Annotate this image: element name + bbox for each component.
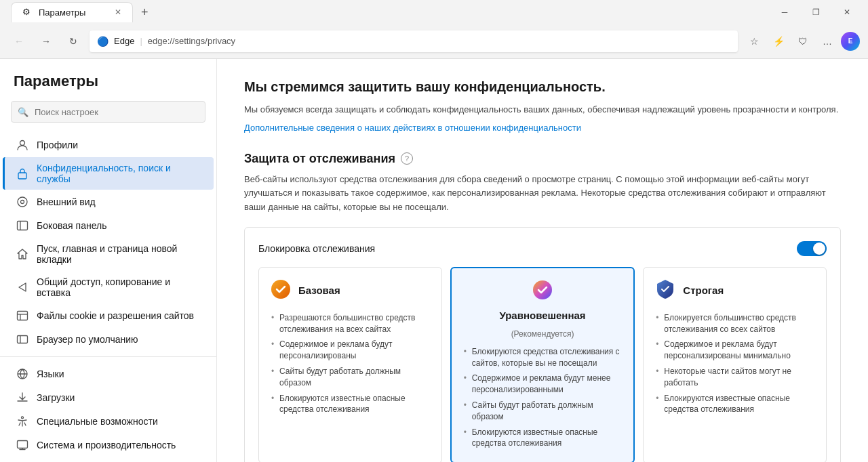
- svg-rect-6: [18, 312, 28, 320]
- nav-item-family[interactable]: Семейная безопасность: [3, 457, 214, 462]
- balanced-item-1: Блокируются средства отслеживания с сайт…: [462, 344, 623, 371]
- strict-card-icon: [654, 278, 676, 302]
- system-label: Система и производительность: [37, 440, 176, 450]
- reload-button[interactable]: ↻: [62, 30, 84, 52]
- balanced-card-icon: [532, 279, 553, 303]
- search-box: 🔍: [11, 101, 205, 123]
- nav-item-languages[interactable]: Языки: [3, 362, 214, 385]
- more-menu-button[interactable]: …: [816, 30, 838, 52]
- search-input[interactable]: [11, 101, 205, 123]
- profiles-icon: [16, 139, 28, 151]
- balanced-card[interactable]: Уравновешенная (Рекомендуется) Блокируют…: [450, 267, 635, 462]
- balanced-card-list: Блокируются средства отслеживания с сайт…: [462, 344, 623, 451]
- downloads-icon: [16, 392, 28, 404]
- nav-item-privacy[interactable]: Конфиденциальность, поиск и службы: [3, 157, 214, 190]
- sidebar-divider: [0, 356, 216, 357]
- nav-item-cookies[interactable]: Файлы cookie и разрешения сайтов: [3, 304, 214, 327]
- cookies-icon: [16, 310, 28, 322]
- browser-window: ⚙ Параметры ✕ + ─ ❐ ✕ ← → ↻ 🔵 Edge | edg…: [0, 0, 868, 462]
- privacy-label: Конфиденциальность, поиск и службы: [37, 163, 200, 184]
- address-separator: |: [140, 36, 142, 46]
- basic-item-4: Блокируются известные опасные средства о…: [270, 391, 431, 418]
- basic-card-list: Разрешаются большинство средств отслежив…: [270, 310, 431, 417]
- basic-item-2: Содержимое и реклама будут персонализиро…: [270, 337, 431, 364]
- nav-item-sharing[interactable]: Общий доступ, копирование и вставка: [3, 271, 214, 303]
- basic-item-1: Разрешаются большинство средств отслежив…: [270, 310, 431, 337]
- strict-item-3: Некоторые части сайтов могут не работать: [654, 364, 815, 391]
- edge-profile-icon[interactable]: E: [841, 32, 860, 51]
- sharing-label: Общий доступ, копирование и вставка: [37, 276, 200, 298]
- tab-favicon: ⚙: [22, 7, 33, 18]
- nav-item-sidebar[interactable]: Боковая панель: [3, 214, 214, 237]
- basic-card-title: Базовая: [298, 285, 340, 296]
- minimize-button[interactable]: ─: [769, 0, 800, 24]
- new-tab-button[interactable]: +: [136, 3, 154, 22]
- svg-rect-1: [18, 173, 26, 179]
- svg-rect-9: [18, 336, 28, 343]
- nav-item-accessibility[interactable]: Специальные возможности: [3, 410, 214, 433]
- tab-close-button[interactable]: ✕: [115, 7, 121, 17]
- nav-item-appearance[interactable]: Внешний вид: [3, 190, 214, 213]
- settings-sidebar: Параметры 🔍 Профили Конфиденциальность, …: [0, 59, 217, 462]
- tracking-section: Защита от отслеживания ? Веб-сайты испол…: [244, 152, 841, 463]
- forward-button[interactable]: →: [35, 30, 57, 52]
- svg-point-2: [18, 197, 27, 207]
- edge-label: Edge: [114, 36, 134, 46]
- svg-point-0: [20, 141, 25, 146]
- nav-item-downloads[interactable]: Загрузки: [3, 386, 214, 409]
- privacy-link[interactable]: Дополнительные сведения о наших действия…: [244, 123, 581, 133]
- sidebar-icon: [16, 219, 28, 232]
- tracking-header: Блокировка отслеживания: [258, 241, 827, 256]
- privacy-icon: [16, 167, 28, 180]
- downloads-label: Загрузки: [37, 392, 75, 403]
- nav-item-system[interactable]: Система и производительность: [3, 434, 214, 457]
- section-header: Защита от отслеживания ?: [244, 152, 841, 166]
- startup-icon: [16, 248, 28, 260]
- tracking-toggle[interactable]: [797, 241, 827, 256]
- toolbar-icons: ☆ ⚡ 🛡 … E: [743, 30, 860, 52]
- privacy-heading: Мы стремимся защитить вашу конфиденциаль…: [244, 79, 841, 95]
- startup-label: Пуск, главная и страница новой вкладки: [37, 243, 200, 265]
- address-input[interactable]: 🔵 Edge | edge://settings/privacy: [90, 30, 738, 52]
- accessibility-icon: [16, 415, 28, 427]
- page-content: Мы стремимся защитить вашу конфиденциаль…: [217, 59, 868, 462]
- restore-button[interactable]: ❐: [800, 0, 831, 24]
- tracking-section-title: Защита от отслеживания: [244, 152, 395, 166]
- nav-item-profiles[interactable]: Профили: [3, 133, 214, 156]
- privacy-description: Мы обязуемся всегда защищать и соблюдать…: [244, 103, 841, 117]
- strict-item-1: Блокируется большинство средств отслежив…: [654, 310, 815, 337]
- strict-card-list: Блокируется большинство средств отслежив…: [654, 310, 815, 417]
- balanced-item-4: Блокируются известные опасные средства о…: [462, 425, 623, 452]
- cards-row: Базовая Разрешаются большинство средств …: [258, 267, 827, 462]
- strict-card[interactable]: Строгая Блокируется большинство средств …: [643, 267, 827, 462]
- close-button[interactable]: ✕: [831, 0, 863, 24]
- accessibility-label: Специальные возможности: [37, 416, 158, 427]
- tracking-block-label: Блокировка отслеживания: [258, 243, 375, 254]
- strict-card-header: Строгая: [654, 278, 815, 302]
- svg-point-16: [271, 280, 290, 299]
- basic-card-icon: [270, 278, 292, 302]
- window-controls: ─ ❐ ✕: [769, 0, 863, 24]
- balanced-card-title: Уравновешенная: [499, 310, 585, 321]
- profiles-label: Профили: [37, 140, 78, 150]
- favorites-icon[interactable]: ☆: [743, 30, 765, 52]
- basic-card[interactable]: Базовая Разрешаются большинство средств …: [258, 267, 442, 462]
- nav-item-startup[interactable]: Пуск, главная и страница новой вкладки: [3, 238, 214, 270]
- sidebar-label: Боковая панель: [37, 220, 106, 231]
- languages-label: Языки: [37, 369, 64, 379]
- tracking-description: Веб-сайты используют средства отслеживан…: [244, 173, 841, 215]
- collections-icon[interactable]: ⚡: [768, 30, 789, 52]
- back-button[interactable]: ←: [8, 30, 30, 52]
- tab-strip: ⚙ Параметры ✕ +: [5, 2, 769, 22]
- search-icon: 🔍: [18, 107, 28, 117]
- nav-item-default[interactable]: Браузер по умолчанию: [3, 328, 214, 351]
- cookies-label: Файлы cookie и разрешения сайтов: [37, 310, 194, 321]
- balanced-card-header: Уравновешенная: [462, 279, 623, 321]
- help-icon[interactable]: ?: [401, 152, 413, 165]
- active-tab[interactable]: ⚙ Параметры ✕: [11, 2, 133, 22]
- svg-point-17: [533, 280, 552, 299]
- balanced-item-3: Сайты будут работать должным образом: [462, 398, 623, 425]
- browser-essentials-icon[interactable]: 🛡: [792, 30, 814, 52]
- address-url: edge://settings/privacy: [148, 36, 235, 46]
- privacy-intro: Мы стремимся защитить вашу конфиденциаль…: [244, 79, 841, 133]
